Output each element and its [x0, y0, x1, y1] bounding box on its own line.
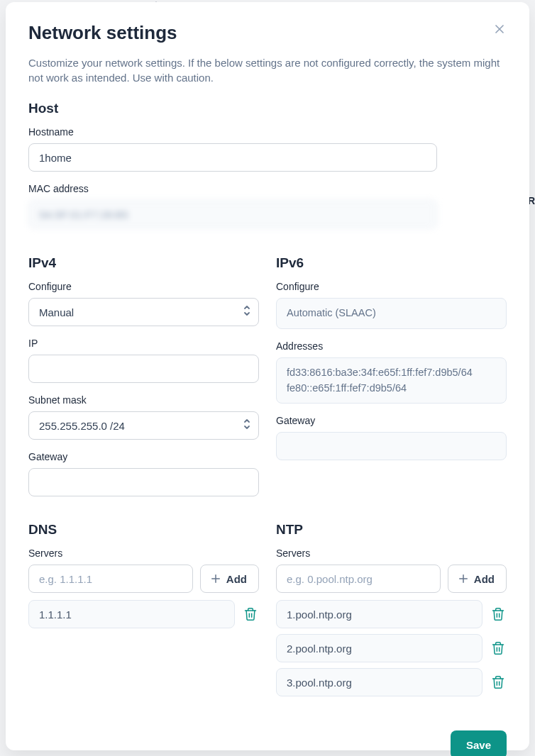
ipv6-gateway-value — [276, 432, 507, 460]
ntp-server-item: 1.pool.ntp.org — [276, 600, 507, 628]
trash-icon — [491, 607, 505, 621]
ntp-server-input[interactable] — [276, 565, 441, 593]
mac-input — [28, 200, 437, 228]
ipv4-section: IPv4 Configure Manual IP Subnet mask — [28, 255, 259, 508]
trash-icon — [491, 675, 505, 689]
modal-title: Network settings — [28, 22, 507, 44]
ipv4-configure-label: Configure — [28, 281, 259, 292]
plus-icon — [209, 572, 222, 585]
ntp-add-button[interactable]: Add — [448, 565, 507, 593]
ntp-server-value: 1.pool.ntp.org — [276, 600, 482, 628]
ntp-delete-button[interactable] — [490, 640, 507, 657]
ipv6-gateway-label: Gateway — [276, 415, 507, 426]
ipv4-ip-input[interactable] — [28, 355, 259, 383]
modal-footer: Save — [28, 716, 507, 756]
mac-label: MAC address — [28, 183, 507, 194]
ntp-delete-button[interactable] — [490, 674, 507, 691]
modal-header: Network settings Customize your network … — [28, 22, 507, 101]
add-button-label: Add — [474, 573, 495, 585]
ntp-server-item: 2.pool.ntp.org — [276, 634, 507, 662]
ipv6-configure-value: Automatic (SLAAC) — [276, 298, 507, 329]
ipv4-gateway-label: Gateway — [28, 451, 259, 462]
dns-server-item: 1.1.1.1 — [28, 600, 259, 628]
dns-section: DNS Servers Add 1.1.1.1 — [28, 522, 259, 702]
close-icon — [492, 22, 507, 36]
ipv6-section: IPv6 Configure Automatic (SLAAC) Address… — [276, 255, 507, 508]
plus-icon — [457, 572, 470, 585]
host-title: Host — [28, 101, 507, 116]
ntp-section: NTP Servers Add 1.pool.ntp.org 2.pool.nt… — [276, 522, 507, 702]
dns-server-value: 1.1.1.1 — [28, 600, 235, 628]
ipv6-addresses-box: fd33:8616:ba3e:34f:e65f:1ff:fef7:d9b5/64… — [276, 357, 507, 404]
ntp-server-item: 3.pool.ntp.org — [276, 668, 507, 696]
ntp-server-value: 3.pool.ntp.org — [276, 668, 482, 696]
ipv6-address-line: fd33:8616:ba3e:34f:e65f:1ff:fef7:d9b5/64 — [287, 365, 496, 381]
ipv4-configure-select[interactable]: Manual — [28, 298, 259, 326]
dns-delete-button[interactable] — [242, 606, 259, 623]
save-button[interactable]: Save — [451, 730, 507, 756]
ipv4-subnet-select[interactable]: 255.255.255.0 /24 — [28, 411, 259, 440]
close-button[interactable] — [491, 21, 508, 38]
ipv6-title: IPv6 — [276, 255, 507, 271]
ntp-servers-label: Servers — [276, 547, 507, 559]
ipv6-address-line: fe80::e65f:1ff:fef7:d9b5/64 — [287, 381, 496, 396]
ipv6-configure-label: Configure — [276, 281, 507, 292]
ipv4-ip-label: IP — [28, 338, 259, 349]
dns-server-input[interactable] — [28, 565, 193, 593]
ntp-title: NTP — [276, 522, 507, 538]
ipv4-subnet-label: Subnet mask — [28, 394, 259, 406]
hostname-label: Hostname — [28, 126, 507, 138]
modal-subtitle: Customize your network settings. If the … — [28, 55, 507, 85]
ipv4-title: IPv4 — [28, 255, 259, 271]
network-settings-modal: Network settings Customize your network … — [6, 2, 529, 750]
dns-servers-label: Servers — [28, 547, 259, 559]
add-button-label: Add — [226, 573, 247, 585]
ipv4-gateway-input[interactable] — [28, 468, 259, 496]
ipv6-addresses-label: Addresses — [276, 340, 507, 352]
trash-icon — [491, 641, 505, 655]
dns-title: DNS — [28, 522, 259, 538]
dns-add-button[interactable]: Add — [200, 565, 259, 593]
host-section: Host Hostname MAC address — [28, 101, 507, 240]
hostname-input[interactable] — [28, 143, 437, 172]
trash-icon — [243, 607, 258, 621]
ntp-delete-button[interactable] — [490, 606, 507, 623]
ntp-server-value: 2.pool.ntp.org — [276, 634, 482, 662]
